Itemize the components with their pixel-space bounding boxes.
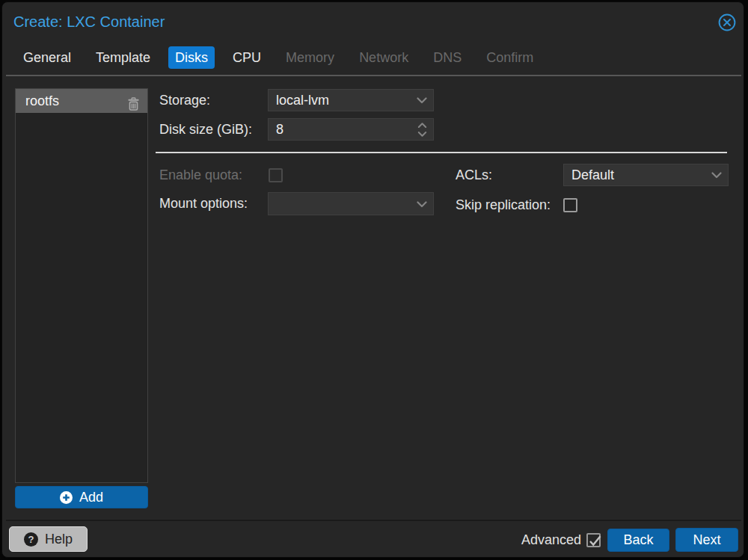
chevron-down-icon[interactable] xyxy=(417,201,427,208)
advanced-checkbox[interactable] xyxy=(586,533,601,547)
chevron-down-icon[interactable] xyxy=(417,97,427,104)
svg-text:?: ? xyxy=(28,534,34,545)
help-button[interactable]: ? Help xyxy=(9,526,88,552)
skip-replication-label: Skip replication: xyxy=(456,194,551,216)
tab-general[interactable]: General xyxy=(16,46,78,69)
dialog-title: Create: LXC Container xyxy=(13,13,165,31)
next-button[interactable]: Next xyxy=(675,528,738,552)
help-button-label: Help xyxy=(45,532,73,547)
enable-quota-checkbox xyxy=(269,168,283,182)
question-circle-icon: ? xyxy=(24,532,38,547)
footer-divider xyxy=(6,520,741,521)
checkmark-icon xyxy=(587,533,603,549)
trash-icon[interactable] xyxy=(128,94,139,108)
footer-actions: Advanced Back Next xyxy=(521,528,738,552)
acls-dropdown[interactable]: Default xyxy=(563,164,729,186)
disk-size-spinner[interactable]: 8 xyxy=(268,118,434,141)
disk-list-panel: rootfs xyxy=(15,88,148,483)
tab-disks[interactable]: Disks xyxy=(168,46,215,69)
add-button[interactable]: Add xyxy=(15,486,148,508)
tab-confirm: Confirm xyxy=(479,46,540,69)
tab-memory: Memory xyxy=(279,46,341,69)
close-icon[interactable] xyxy=(717,13,737,32)
tab-dns: DNS xyxy=(426,46,468,69)
plus-circle-icon xyxy=(60,491,73,504)
add-button-label: Add xyxy=(79,490,103,505)
mount-options-label: Mount options: xyxy=(159,192,248,215)
tab-template[interactable]: Template xyxy=(89,46,157,69)
advanced-section-separator xyxy=(156,152,727,153)
storage-dropdown[interactable]: local-lvm xyxy=(268,89,434,111)
chevron-down-icon[interactable] xyxy=(711,172,722,179)
back-button[interactable]: Back xyxy=(607,529,669,552)
storage-value: local-lvm xyxy=(276,93,329,108)
disk-size-label: Disk size (GiB): xyxy=(159,118,252,141)
spinner-up-down-icon[interactable] xyxy=(417,122,427,138)
wizard-tab-bar: General Template Disks CPU Memory Networ… xyxy=(16,46,540,69)
acls-label: ACLs: xyxy=(456,164,492,186)
disk-list-item-rootfs[interactable]: rootfs xyxy=(16,89,147,113)
enable-quota-label: Enable quota: xyxy=(159,164,242,186)
skip-replication-checkbox[interactable] xyxy=(563,198,577,212)
tab-strip-divider xyxy=(6,75,741,76)
tab-cpu[interactable]: CPU xyxy=(226,46,268,69)
tab-network: Network xyxy=(352,46,415,69)
create-lxc-container-dialog: Create: LXC Container General Template D… xyxy=(1,1,744,558)
storage-label: Storage: xyxy=(159,89,210,111)
mount-options-dropdown[interactable] xyxy=(268,192,434,215)
disk-size-value: 8 xyxy=(276,122,283,137)
disk-item-label: rootfs xyxy=(25,93,59,108)
acls-value: Default xyxy=(571,167,614,182)
advanced-label: Advanced xyxy=(521,532,581,548)
